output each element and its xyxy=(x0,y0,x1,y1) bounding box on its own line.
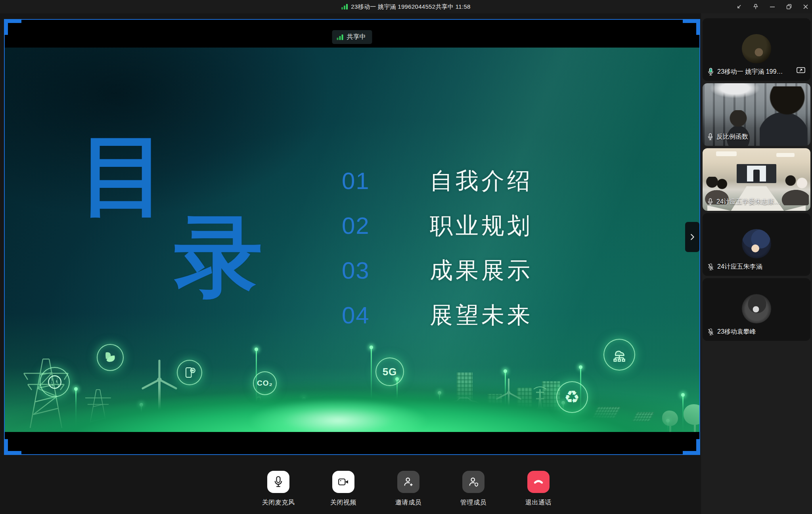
toc-title-char-1: 目 xyxy=(79,131,167,219)
people-silhouettes xyxy=(780,174,809,205)
window-titlebar: 23移动一 姚宇涵 19962044552共享中 11:58 xyxy=(0,0,812,13)
person-silhouette xyxy=(760,86,807,146)
toc-item-number: 03 xyxy=(342,257,386,284)
control-label: 关闭麦克风 xyxy=(262,499,295,507)
mic-off-icon xyxy=(707,328,714,336)
sharing-status-text: 共享中 xyxy=(347,33,366,41)
mic-on-icon xyxy=(707,133,713,141)
participant-tile[interactable]: 24计应五学委朱志康… xyxy=(703,148,810,211)
call-control-bar: 关闭麦克风 关闭视频 邀请成员 管理成员 xyxy=(251,471,566,507)
window-title: 23移动一 姚宇涵 19962044552共享中 11:58 xyxy=(351,3,470,11)
control-label: 邀请成员 xyxy=(395,499,421,507)
participant-name: 24计应五学委朱志康… xyxy=(716,198,781,206)
recycle-icon: ♻ xyxy=(556,381,588,413)
control-label: 关闭视频 xyxy=(330,499,356,507)
avatar xyxy=(742,294,771,323)
toc-list: 01 自我介绍 02 职业规划 03 成果展示 04 展望未来 xyxy=(342,159,533,338)
participant-tile[interactable]: 23移动一 姚宇涵 199… xyxy=(703,18,810,81)
participant-name: 反比例函数 xyxy=(716,133,748,141)
collapse-panel-button[interactable] xyxy=(685,222,699,252)
signal-icon xyxy=(337,34,343,40)
signal-icon xyxy=(341,4,348,10)
participants-panel: 23移动一 姚宇涵 199… 反比例函数 xyxy=(701,13,812,514)
five-g-icon: 5G xyxy=(375,357,404,386)
leaf-icon xyxy=(97,344,124,371)
toc-item-number: 01 xyxy=(342,167,386,195)
avatar xyxy=(742,229,771,258)
mic-icon xyxy=(273,476,283,488)
screen-share-icon xyxy=(796,67,806,76)
mic-on-icon xyxy=(707,198,713,206)
mic-off-icon xyxy=(707,263,714,271)
mute-mic-button[interactable]: 关闭麦克风 xyxy=(251,471,306,507)
earth-icon xyxy=(40,367,70,397)
mic-on-icon xyxy=(707,68,714,76)
ceiling-light xyxy=(776,153,795,157)
close-button[interactable] xyxy=(802,4,809,10)
projection-screen xyxy=(737,164,776,183)
toc-item-label: 职业规划 xyxy=(430,210,533,241)
horizon-core-glow xyxy=(213,391,463,432)
sharing-status-badge: 共享中 xyxy=(332,30,372,44)
toc-item-label: 展望未来 xyxy=(430,300,533,331)
person-plus-icon xyxy=(402,476,414,488)
chevron-right-icon xyxy=(688,233,697,241)
cloud-network-icon xyxy=(603,339,635,371)
toc-item-number: 04 xyxy=(342,302,386,329)
person-shield-icon xyxy=(467,476,479,488)
participant-name: 23移动一 姚宇涵 199… xyxy=(717,68,783,76)
restore-button[interactable] xyxy=(786,4,792,10)
camera-icon xyxy=(337,477,349,487)
control-label: 退出通话 xyxy=(525,499,552,507)
invite-member-button[interactable]: 邀请成员 xyxy=(381,471,436,507)
co2-icon: CO₂ xyxy=(253,371,277,395)
manage-members-button[interactable]: 管理成员 xyxy=(446,471,501,507)
ceiling-light xyxy=(716,151,737,156)
toc-item: 04 展望未来 xyxy=(342,293,533,338)
toc-item-label: 成果展示 xyxy=(430,255,533,286)
collapse-arrow-icon[interactable] xyxy=(736,4,742,10)
control-label: 管理成员 xyxy=(460,499,486,507)
participant-tile[interactable]: 23移动袁攀峰 xyxy=(703,278,810,341)
smart-phone-icon xyxy=(177,360,202,385)
participant-tile[interactable]: 24计应五朱李涵 xyxy=(703,213,810,276)
hang-up-button[interactable]: 退出通话 xyxy=(511,471,566,507)
minimize-button[interactable] xyxy=(769,4,776,10)
toc-item-label: 自我介绍 xyxy=(430,166,533,197)
toc-item: 01 自我介绍 xyxy=(342,159,533,203)
pin-icon[interactable] xyxy=(753,4,759,10)
presentation-slide: 目 录 01 自我介绍 02 职业规划 03 成果展示 04 展望未来 xyxy=(5,48,699,432)
participant-name: 24计应五朱李涵 xyxy=(717,263,762,271)
toc-title-char-2: 录 xyxy=(174,212,262,300)
toc-item-number: 02 xyxy=(342,212,386,239)
avatar xyxy=(742,34,771,63)
participant-tile[interactable]: 反比例函数 xyxy=(703,83,810,146)
participant-name: 23移动袁攀峰 xyxy=(717,328,756,336)
toc-item: 03 成果展示 xyxy=(342,248,533,293)
shared-screen-region: 共享中 目 录 01 自我介绍 02 职业规划 03 成果展示 04 展望未来 xyxy=(4,19,700,455)
hang-up-icon xyxy=(532,476,544,488)
stop-video-button[interactable]: 关闭视频 xyxy=(316,471,371,507)
toc-item: 02 职业规划 xyxy=(342,203,533,248)
